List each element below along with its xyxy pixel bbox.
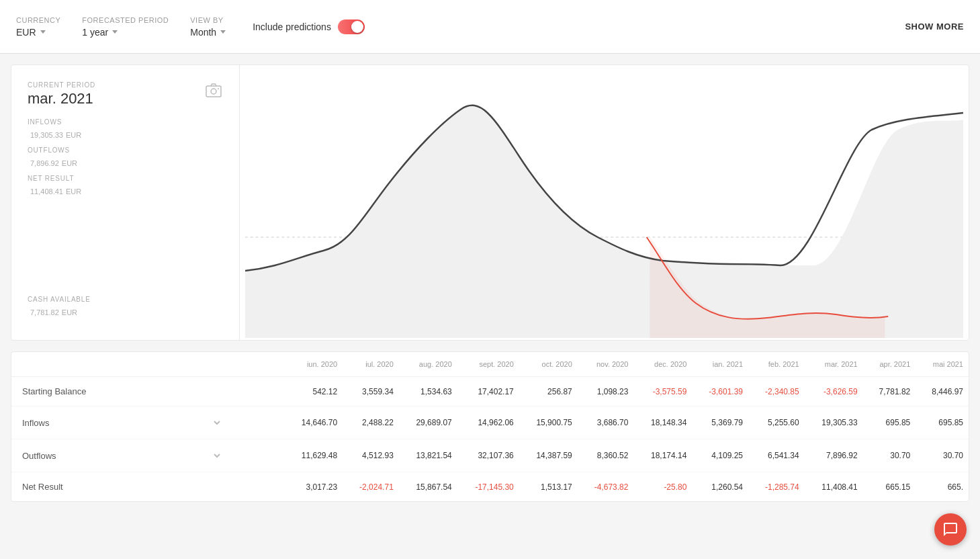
currency-value: EUR [16,27,36,38]
row-label-expandable: Inflows [22,416,224,429]
include-predictions-group: Include predictions [253,19,365,34]
currency-label: Currency [16,16,60,24]
table-cell: 8,446.97 [916,377,969,406]
col-header-date: feb. 2021 [748,352,805,377]
expand-row-button[interactable] [210,449,224,462]
viewby-value: Month [190,27,216,38]
table-cell: 13,821.54 [399,439,457,472]
table-cell: 1,534.63 [399,377,457,406]
show-more-button[interactable]: SHOW MORE [905,22,964,32]
table-cell: -3,626.59 [805,377,863,406]
currency-group: Currency EUR [16,16,60,38]
table-header: iun. 2020iul. 2020aug. 2020sept. 2020oct… [11,352,969,377]
table-cell: 14,387.59 [519,439,578,472]
table-cell: 4,512.93 [343,439,399,472]
table-cell: 3,017.23 [284,472,343,502]
main-content: CURRENT PERIOD mar. 2021 INFLOWS 19,305.… [0,54,980,513]
row-label-text: Inflows [22,418,49,428]
camera-icon[interactable] [204,81,223,104]
table-cell: 30.70 [863,439,916,472]
table-cell: 5,369.79 [692,406,748,439]
include-predictions-toggle[interactable] [338,19,365,34]
table-cell: 32,107.36 [457,439,519,472]
main-chart-svg [245,76,963,338]
viewby-select[interactable]: Month [190,27,226,38]
top-bar: Currency EUR Forecasted period 1 year Vi… [0,0,980,54]
col-header-label [11,352,284,377]
table-cell: 18,148.34 [633,406,692,439]
table-cell: 5,255.60 [748,406,805,439]
toggle-knob [351,21,363,33]
col-header-date: dec. 2020 [633,352,692,377]
col-header-date: nov. 2020 [578,352,634,377]
forecasted-select[interactable]: 1 year [82,27,169,38]
cash-available-value: 7,781.82EUR [28,303,223,318]
table-cell: 14,646.70 [284,406,343,439]
col-header-date: iul. 2020 [343,352,399,377]
table-cell: 1,513.17 [519,472,578,502]
table-cell: -3,575.59 [633,377,692,406]
cash-available-section: CASH AVAILABLE 7,781.82EUR [28,296,223,324]
table-cell: 11,629.48 [284,439,343,472]
table-cell: -17,145.30 [457,472,519,502]
forecasted-label: Forecasted period [82,16,169,24]
table-cell: -1,285.74 [748,472,805,502]
table-cell: 695.85 [863,406,916,439]
table-cell: 1,098.23 [578,377,634,406]
forecasted-chevron-icon [112,30,118,34]
col-header-date: iun. 2020 [284,352,343,377]
table-row: Starting Balance542.123,559.341,534.6317… [11,377,969,406]
table-row: Net Result3,017.23-2,024.7115,867.54-17,… [11,472,969,502]
net-result-value: 11,408.41EUR [28,182,223,198]
table-cell: 1,260.54 [692,472,748,502]
col-header-date: mai 2021 [916,352,969,377]
col-header-date: apr. 2021 [863,352,916,377]
table-cell: -25.80 [633,472,692,502]
row-label-cell: Outflows [11,439,284,472]
table-row: Outflows11,629.484,512.9313,821.5432,107… [11,439,969,472]
currency-select[interactable]: EUR [16,27,60,38]
table-cell: -2,340.85 [748,377,805,406]
table-cell: 695.85 [916,406,969,439]
cash-available-label: CASH AVAILABLE [28,296,223,303]
row-label-cell: Net Result [11,472,284,502]
forecasted-value: 1 year [82,27,108,38]
include-predictions-label: Include predictions [253,22,331,32]
table-cell: 11,408.41 [805,472,863,502]
row-label-cell: Inflows [11,406,284,439]
net-result-label: NET RESULT [28,175,223,182]
current-period-label: CURRENT PERIOD [28,81,223,89]
col-header-date: sept. 2020 [457,352,519,377]
table-cell: 14,962.06 [457,406,519,439]
table-cell: 7,781.82 [863,377,916,406]
outflows-value: 7,896.92EUR [28,154,223,169]
data-table: iun. 2020iul. 2020aug. 2020sept. 2020oct… [11,351,969,502]
table-cell: 6,541.34 [748,439,805,472]
table-cell: 18,174.14 [633,439,692,472]
table-cell: 542.12 [284,377,343,406]
table-cell: 7,896.92 [805,439,863,472]
table-cell: 2,488.22 [343,406,399,439]
table-cell: 19,305.33 [805,406,863,439]
table-cell: 15,867.54 [399,472,457,502]
inflows-label: INFLOWS [28,118,223,126]
svg-rect-0 [206,86,221,97]
table-cell: -4,673.82 [578,472,634,502]
col-header-date: ian. 2021 [692,352,748,377]
table-cell: 4,109.25 [692,439,748,472]
currency-chevron-icon [40,30,46,34]
inflows-value: 19,305.33EUR [28,126,223,141]
table-cell: 15,900.75 [519,406,578,439]
chart-section: CURRENT PERIOD mar. 2021 INFLOWS 19,305.… [11,64,969,341]
expand-row-button[interactable] [210,416,224,429]
svg-point-2 [218,88,219,89]
table-cell: 8,360.52 [578,439,634,472]
outflows-label: OUTFLOWS [28,146,223,154]
table-cell: -3,601.39 [692,377,748,406]
col-header-date: mar. 2021 [805,352,863,377]
table-cell: 3,559.34 [343,377,399,406]
forecasted-group: Forecasted period 1 year [82,16,169,38]
row-label-expandable: Outflows [22,449,224,462]
row-label-cell: Starting Balance [11,377,284,406]
header-row: iun. 2020iul. 2020aug. 2020sept. 2020oct… [11,352,969,377]
